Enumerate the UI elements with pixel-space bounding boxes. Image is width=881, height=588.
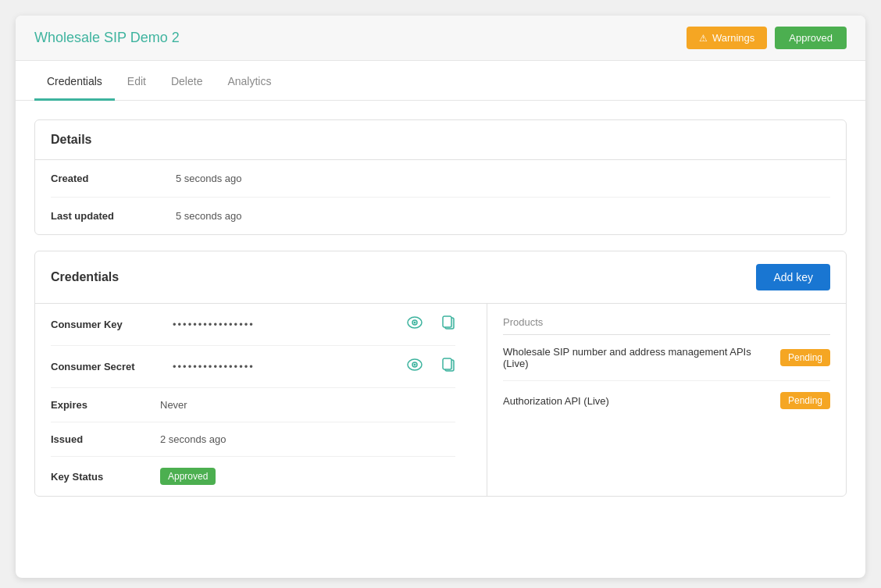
credentials-left-col: Consumer Key •••••••••••••••• (35, 304, 487, 496)
consumer-key-copy-icon[interactable] (441, 315, 455, 334)
product-row-0: Wholesale SIP number and address managem… (503, 335, 830, 381)
keystatus-badge: Approved (160, 468, 216, 485)
svg-rect-4 (443, 316, 451, 327)
warning-icon: ⚠ (699, 33, 708, 44)
expires-label: Expires (51, 399, 160, 411)
credentials-card-header: Credentials Add key (35, 251, 846, 304)
consumer-secret-eye-icon[interactable] (407, 358, 423, 375)
consumer-key-label: Consumer Key (51, 319, 160, 330)
tab-analytics[interactable]: Analytics (215, 61, 284, 101)
created-value: 5 seconds ago (176, 173, 242, 184)
credentials-two-col: Consumer Key •••••••••••••••• (35, 304, 846, 496)
issued-label: Issued (51, 433, 160, 445)
tabs-bar: Credentials Edit Delete Analytics (16, 61, 865, 101)
created-label: Created (51, 173, 176, 184)
issued-row: Issued 2 seconds ago (51, 422, 455, 457)
header-actions: ⚠ Warnings Approved (687, 27, 847, 49)
credentials-title: Credentials (51, 270, 119, 284)
consumer-secret-label: Consumer Secret (51, 361, 160, 372)
consumer-secret-row: Consumer Secret •••••••••••••••• (51, 346, 455, 388)
consumer-key-eye-icon[interactable] (407, 316, 423, 333)
content-area: Details Created 5 seconds ago Last updat… (16, 101, 865, 515)
approved-header-button[interactable]: Approved (775, 27, 847, 49)
app-title: Wholesale SIP Demo 2 (34, 30, 180, 46)
top-header: Wholesale SIP Demo 2 ⚠ Warnings Approved (16, 16, 865, 61)
product-name-0: Wholesale SIP number and address managem… (503, 346, 780, 369)
credentials-body: Consumer Key •••••••••••••••• (35, 304, 471, 496)
detail-row-created: Created 5 seconds ago (51, 160, 830, 198)
expires-value: Never (160, 399, 187, 411)
issued-value: 2 seconds ago (160, 433, 226, 445)
tab-credentials[interactable]: Credentials (34, 61, 115, 101)
app-container: Wholesale SIP Demo 2 ⚠ Warnings Approved… (16, 16, 865, 578)
consumer-secret-dots: •••••••••••••••• (173, 361, 394, 372)
add-key-button[interactable]: Add key (756, 264, 830, 290)
keystatus-row: Key Status Approved (51, 457, 455, 496)
lastupdated-label: Last updated (51, 210, 176, 222)
detail-row-lastupdated: Last updated 5 seconds ago (51, 198, 830, 234)
tab-delete[interactable]: Delete (159, 61, 215, 101)
consumer-secret-copy-icon[interactable] (441, 357, 455, 376)
consumer-key-row: Consumer Key •••••••••••••••• (51, 304, 455, 346)
expires-row: Expires Never (51, 388, 455, 422)
keystatus-label: Key Status (51, 471, 160, 483)
details-card-header: Details (35, 120, 846, 160)
warnings-label: Warnings (712, 32, 754, 44)
details-grid: Created 5 seconds ago Last updated 5 sec… (35, 160, 846, 234)
consumer-key-dots: •••••••••••••••• (173, 319, 394, 330)
svg-rect-9 (443, 358, 451, 369)
warnings-button[interactable]: ⚠ Warnings (687, 27, 767, 49)
products-title: Products (503, 304, 830, 335)
tab-edit[interactable]: Edit (115, 61, 159, 101)
product-status-0: Pending (780, 349, 830, 366)
credentials-right-col: Products Wholesale SIP number and addres… (487, 304, 846, 496)
product-row-1: Authorization API (Live) Pending (503, 381, 830, 420)
lastupdated-value: 5 seconds ago (176, 210, 242, 222)
product-status-1: Pending (780, 392, 830, 409)
details-card: Details Created 5 seconds ago Last updat… (34, 119, 847, 235)
credentials-card: Credentials Add key Consumer Key •••••••… (34, 251, 847, 497)
product-name-1: Authorization API (Live) (503, 395, 780, 407)
svg-point-2 (414, 322, 416, 324)
details-title: Details (51, 133, 91, 147)
svg-point-7 (414, 364, 416, 366)
